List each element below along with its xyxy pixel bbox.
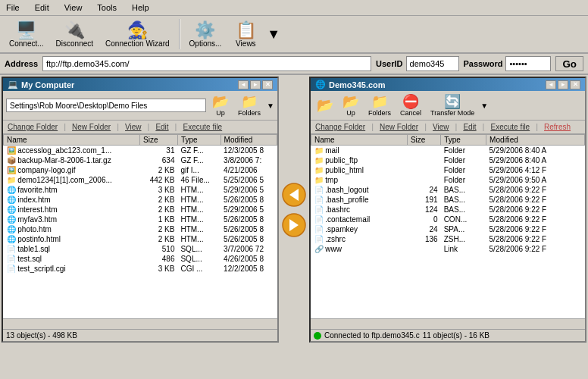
table-row[interactable]: 🌐 postinfo.html2 KBHTM...5/26/2005 8 (4, 234, 277, 244)
right-panel-title-text: 🌐 Demo345.com (315, 80, 386, 89)
table-row[interactable]: 📁 demo1234[1[1].com_2006...442 KB46 File… (4, 175, 277, 185)
left-file-rows: 🖼️ accesslog_abc123.com_1...31GZ F...12/… (4, 146, 277, 274)
col-size-right[interactable]: Size (407, 135, 440, 146)
password-label: Password (464, 59, 503, 68)
table-row[interactable]: 📄 table1.sql510SQL...3/7/2006 72 (4, 244, 277, 254)
views-dropdown[interactable]: ▼ (265, 25, 282, 44)
right-objects-text: 11 object(s) - 16 KB (423, 331, 489, 340)
refresh-right[interactable]: Refresh (543, 122, 572, 132)
table-row[interactable]: 📄 test_scriptl.cgi3 KBCGI ...12/2/2005 8 (4, 264, 277, 274)
menu-help[interactable]: Help (129, 2, 152, 14)
password-input[interactable] (505, 56, 551, 71)
table-row[interactable]: 🌐 photo.htm2 KBHTM...5/26/2005 8 (4, 224, 277, 234)
folder-icon-right[interactable]: 📂 (314, 97, 336, 114)
userid-group: UserID (376, 56, 458, 71)
left-panel-toolbar: 📂 Up 📁 Folders ▼ (3, 91, 277, 121)
folders-button-right[interactable]: 📁 Folders (365, 93, 394, 117)
col-modified-left[interactable]: Modified (220, 135, 277, 146)
view-right[interactable]: View (431, 122, 451, 132)
execute-right[interactable]: Execute file (489, 122, 531, 132)
change-folder-right[interactable]: Change Folder (314, 122, 367, 132)
addressbar: Address UserID Password Go (0, 54, 588, 75)
left-panel-back-btn[interactable]: ◂ (238, 80, 249, 89)
toolbar-separator (179, 19, 180, 49)
table-row[interactable]: 🖼️ accesslog_abc123.com_1...31GZ F...12/… (4, 146, 277, 156)
table-row[interactable]: 📄 .spamkey24SPA...5/28/2006 9:22 F (311, 224, 585, 234)
table-row[interactable]: 🌐 index.htm2 KBHTM...5/26/2005 8 (4, 195, 277, 205)
disconnect-button[interactable]: 🔌 Disconnect (52, 20, 98, 49)
menu-file[interactable]: File (3, 2, 23, 14)
new-folder-left[interactable]: New Folder (70, 122, 112, 132)
menu-view[interactable]: View (61, 2, 86, 14)
views-button[interactable]: 📋 Views (229, 20, 262, 49)
right-panel-fwd-btn[interactable]: ▸ (558, 80, 568, 89)
transfer-right-button[interactable] (282, 213, 306, 237)
edit-left[interactable]: Edit (154, 122, 170, 132)
disconnect-label: Disconnect (56, 39, 93, 48)
right-panel-back-btn[interactable]: ◂ (546, 80, 556, 89)
table-row[interactable]: 📄 .contactemail0CON...5/28/2006 9:22 F (311, 215, 585, 224)
menu-edit[interactable]: Edit (32, 2, 52, 14)
cancel-button-right[interactable]: ⛔ Cancel (397, 93, 424, 117)
right-panel-close-btn[interactable]: ✕ (570, 80, 580, 89)
left-file-table: Name Size Type Modified 🖼️ accesslog_abc… (3, 134, 277, 274)
col-name-right[interactable]: Name (311, 135, 408, 146)
right-hscroll[interactable] (311, 318, 585, 329)
connect-button[interactable]: 🖥️ Connect... (5, 20, 48, 49)
menu-tools[interactable]: Tools (94, 2, 120, 14)
transfer-mode-button[interactable]: 🔄 Transfer Mode (427, 93, 477, 117)
execute-left[interactable]: Execute file (181, 122, 224, 132)
options-button[interactable]: ⚙️ Options... (185, 20, 227, 49)
up-button-left[interactable]: 📂 Up (209, 93, 232, 117)
up-icon-right: 📂 (342, 94, 359, 109)
left-filelist: Name Size Type Modified 🖼️ accesslog_abc… (3, 134, 277, 318)
change-folder-left[interactable]: Change Folder (6, 122, 59, 132)
left-panel-title-text: 💻 My Computer (8, 80, 74, 89)
table-row[interactable]: 📄 .zshrc136ZSH...5/28/2006 9:22 F (311, 234, 585, 244)
table-row[interactable]: 📁 public_htmlFolder5/29/2006 4:12 F (311, 165, 585, 175)
up-button-right[interactable]: 📂 Up (339, 93, 362, 117)
table-row[interactable]: 📄 .bash_profile191BAS...5/28/2006 9:22 F (311, 195, 585, 205)
table-row[interactable]: 🔗 wwwLink5/28/2006 9:22 F (311, 244, 585, 254)
table-row[interactable]: 📦 backup-Mar-8-2006-1.tar.gz634GZ F...3/… (4, 155, 277, 165)
left-panel-title-label: My Computer (21, 80, 74, 89)
col-type-left[interactable]: Type (177, 135, 220, 146)
userid-input[interactable] (406, 56, 459, 71)
col-type-right[interactable]: Type (441, 135, 486, 146)
col-modified-right[interactable]: Modified (486, 135, 585, 146)
table-row[interactable]: 🌐 interest.htm2 KBHTM...5/29/2006 5 (4, 205, 277, 215)
left-toolbar-dropdown[interactable]: ▼ (267, 102, 274, 110)
table-row[interactable]: 📁 mailFolder5/29/2006 8:40 A (311, 146, 585, 156)
table-row[interactable]: 📄 test.sql486SQL...4/26/2005 8 (4, 254, 277, 264)
view-left[interactable]: View (124, 122, 143, 132)
left-panel-title: 💻 My Computer ◂ ▸ ✕ (3, 78, 277, 91)
table-row[interactable]: 📄 .bashrc124BAS...5/28/2006 9:22 F (311, 205, 585, 215)
edit-right[interactable]: Edit (461, 122, 477, 132)
address-input[interactable] (42, 56, 371, 71)
go-button[interactable]: Go (555, 56, 583, 71)
folders-button-left[interactable]: 📁 Folders (235, 93, 264, 117)
table-row[interactable]: 🖼️ company-logo.gif2 KBgif I...4/21/2006 (4, 165, 277, 175)
new-folder-right[interactable]: New Folder (378, 122, 420, 132)
table-row[interactable]: 📁 tmpFolder5/29/2006 9:50 A (311, 175, 585, 185)
table-row[interactable]: 📁 public_ftpFolder5/29/2006 8:40 A (311, 155, 585, 165)
left-path-input[interactable] (6, 99, 206, 112)
col-size-left[interactable]: Size (140, 135, 178, 146)
table-row[interactable]: 🌐 favorite.htm3 KBHTM...5/29/2006 5 (4, 185, 277, 195)
table-row[interactable]: 📄 .bash_logout24BAS...5/28/2006 9:22 F (311, 185, 585, 195)
right-file-rows: 📁 mailFolder5/29/2006 8:40 A📁 public_ftp… (311, 146, 585, 255)
transfer-mode-icon: 🔄 (444, 94, 461, 109)
computer-icon: 💻 (8, 80, 18, 89)
server-icon: 🌐 (315, 80, 326, 89)
table-row[interactable]: 🌐 myfav3.htm1 KBHTM...5/26/2005 8 (4, 215, 277, 224)
left-panel-close-btn[interactable]: ✕ (262, 80, 273, 89)
col-name-left[interactable]: Name (4, 135, 140, 146)
transfer-left-button[interactable] (282, 183, 306, 207)
right-toolbar-dropdown[interactable]: ▼ (480, 102, 488, 110)
left-hscroll[interactable] (3, 318, 277, 329)
views-icon: 📋 (236, 21, 256, 39)
options-icon: ⚙️ (195, 21, 215, 39)
connection-wizard-button[interactable]: 🧙 Connection Wizard (101, 20, 174, 49)
options-label: Options... (189, 39, 222, 48)
left-panel-fwd-btn[interactable]: ▸ (250, 80, 261, 89)
